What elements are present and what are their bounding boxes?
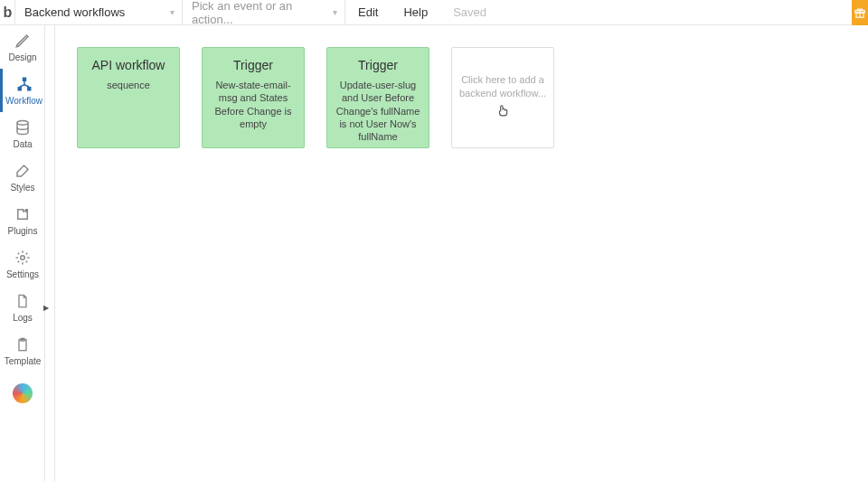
- saved-status: Saved: [440, 0, 499, 25]
- card-title: Trigger: [208, 57, 298, 73]
- workflow-card[interactable]: API workflow sequence: [77, 47, 180, 148]
- sidebar-item-label: Design: [8, 52, 36, 62]
- sidebar-item-styles[interactable]: Styles: [0, 156, 45, 199]
- help-menu[interactable]: Help: [391, 0, 440, 25]
- sidebar-item-label: Logs: [13, 313, 33, 323]
- workflow-icon: [15, 75, 33, 93]
- caret-right-icon: ▶: [43, 304, 49, 312]
- workflow-card[interactable]: Trigger Update-user-slug and User Before…: [326, 47, 429, 148]
- chevron-down-icon: ▾: [170, 7, 175, 17]
- segment-logo-icon[interactable]: [13, 383, 33, 403]
- database-icon: [14, 118, 32, 137]
- card-title: Trigger: [333, 57, 423, 73]
- add-workflow-card[interactable]: Click here to add a backend workflow...: [451, 47, 554, 148]
- event-dropdown-label: Pick an event or an action...: [192, 0, 333, 26]
- sidebar-item-design[interactable]: Design: [0, 25, 45, 69]
- app-logo[interactable]: b: [0, 0, 15, 25]
- gift-icon[interactable]: [852, 0, 868, 25]
- sidebar-item-label: Data: [13, 139, 32, 149]
- edit-menu[interactable]: Edit: [345, 0, 391, 25]
- svg-rect-3: [22, 78, 26, 82]
- sidebar-item-plugins[interactable]: Plugins: [0, 199, 45, 242]
- sidebar-item-settings[interactable]: Settings: [0, 242, 45, 286]
- card-title: API workflow: [83, 57, 174, 73]
- puzzle-icon: [14, 205, 32, 223]
- svg-point-7: [21, 256, 25, 260]
- sidebar-item-workflow[interactable]: Workflow: [0, 69, 45, 112]
- svg-rect-4: [17, 87, 22, 91]
- page-dropdown-label: Backend workflows: [24, 5, 125, 19]
- document-icon: [14, 292, 32, 310]
- brush-icon: [14, 162, 32, 180]
- placeholder-text: Click here to add a backend workflow...: [458, 73, 548, 99]
- chevron-down-icon: ▾: [333, 7, 337, 17]
- hand-cursor-icon: [496, 103, 509, 122]
- card-subtitle: New-state-email-msg and States Before Ch…: [208, 79, 298, 130]
- sidebar-item-template[interactable]: Template: [0, 329, 45, 373]
- sidebar-item-data[interactable]: Data: [0, 112, 45, 156]
- workflow-card[interactable]: Trigger New-state-email-msg and States B…: [202, 47, 305, 148]
- card-subtitle: Update-user-slug and User Before Change'…: [333, 79, 423, 143]
- sidebar-item-label: Settings: [6, 269, 39, 279]
- sidebar-item-label: Styles: [10, 183, 34, 193]
- svg-rect-5: [27, 87, 32, 91]
- event-dropdown[interactable]: Pick an event or an action... ▾: [183, 0, 345, 25]
- sidebar-item-label: Plugins: [8, 226, 38, 236]
- sidebar-item-label: Workflow: [5, 96, 42, 106]
- pencil-icon: [14, 32, 32, 50]
- sidebar-item-logs[interactable]: Logs ▶: [0, 286, 45, 329]
- card-subtitle: sequence: [83, 79, 174, 91]
- svg-point-6: [17, 121, 28, 126]
- page-dropdown[interactable]: Backend workflows ▾: [15, 0, 183, 25]
- gear-icon: [14, 249, 32, 267]
- clipboard-icon: [14, 335, 32, 354]
- sidebar-item-label: Template: [5, 356, 42, 366]
- workflow-canvas[interactable]: API workflow sequence Trigger New-state-…: [55, 25, 868, 481]
